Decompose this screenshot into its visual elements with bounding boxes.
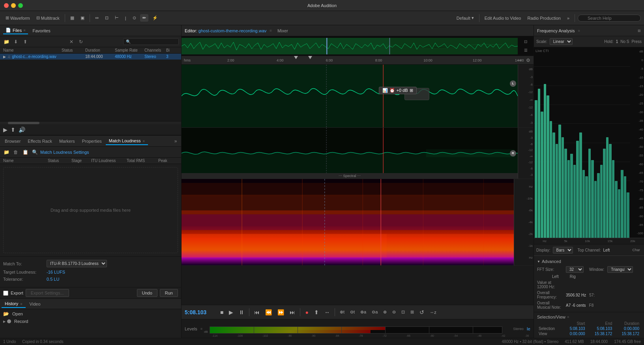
freq-bar-6 bbox=[552, 132, 555, 238]
tool-btn-9[interactable]: ⚡ bbox=[150, 14, 160, 22]
edit-audio-btn[interactable]: Edit Audio to Video bbox=[482, 15, 524, 22]
waveform-tab[interactable]: ⊞ Waveform bbox=[3, 14, 32, 22]
ml-drop-area[interactable]: Drag and drop supported media files here bbox=[3, 167, 178, 253]
run-btn[interactable]: Run bbox=[160, 289, 178, 297]
search-input[interactable] bbox=[578, 15, 641, 22]
chevron-right-icon: ▼ bbox=[537, 260, 540, 263]
maximize-button[interactable] bbox=[18, 3, 23, 8]
match-to-select[interactable]: ITU-R BS.1770-3 Loudness bbox=[47, 260, 107, 267]
tab-favorites[interactable]: Favorites bbox=[30, 28, 53, 34]
zoom-fit-btn[interactable]: ⊡ bbox=[400, 309, 406, 315]
speaker-button[interactable]: 🔊 bbox=[19, 127, 25, 133]
zoom-out-time-btn[interactable]: ⊖t bbox=[348, 309, 356, 315]
char-btn[interactable]: Char bbox=[631, 246, 642, 254]
tool-btn-6[interactable]: | bbox=[123, 15, 129, 22]
zoom-out-btn[interactable]: ⊖ bbox=[391, 309, 397, 315]
zoom-in-btn[interactable]: ⊕ bbox=[382, 309, 388, 315]
export-checkbox[interactable] bbox=[3, 291, 8, 296]
fast-forward-btn[interactable]: ⏩ bbox=[276, 308, 286, 316]
tool-btn-8[interactable]: ✏ bbox=[140, 14, 148, 22]
zoom-to-selection-btn[interactable]: ⊡ bbox=[522, 38, 530, 46]
window-select[interactable]: Triangul bbox=[607, 266, 633, 273]
history-item-record[interactable]: ▶ Record bbox=[0, 318, 181, 325]
export-settings-btn[interactable]: Export Settings... bbox=[26, 289, 69, 297]
radio-production-btn[interactable]: Radio Production bbox=[525, 15, 563, 22]
record-btn[interactable]: ● bbox=[303, 308, 310, 316]
mixer-tab[interactable]: Mixer bbox=[275, 28, 290, 33]
default-btn[interactable]: Default ▾ bbox=[454, 14, 476, 22]
tab-files[interactable]: 📄 Files ≡ bbox=[3, 27, 28, 34]
zoom-sel-btn[interactable]: ⊞ bbox=[409, 309, 416, 315]
export-file-btn[interactable]: ⬆ bbox=[21, 38, 29, 46]
new-file-btn[interactable]: 📁 bbox=[2, 38, 10, 46]
loop-btn[interactable]: ↻ bbox=[77, 38, 85, 46]
tool-btn-1[interactable]: ▦ bbox=[68, 14, 77, 22]
more-workspaces-btn[interactable]: » bbox=[565, 15, 572, 22]
tool-btn-7[interactable]: ⊙ bbox=[130, 14, 139, 22]
import-btn[interactable]: ⬇ bbox=[12, 38, 20, 46]
scroll-to-start-btn[interactable]: ⊸ bbox=[515, 56, 523, 64]
tool-btn-3[interactable]: ⇔ bbox=[93, 14, 101, 22]
fft-size-select[interactable]: 32 bbox=[566, 266, 584, 273]
waveform-lower[interactable]: dB -3 -6 -12 -∞ -12 -6 -3 R ⋯ Spectral ⋯ bbox=[182, 128, 534, 179]
tab-history[interactable]: History ≡ bbox=[2, 300, 26, 308]
tool-btn-5[interactable]: ⊢ bbox=[112, 14, 121, 22]
minimize-button[interactable] bbox=[11, 3, 16, 8]
overview-bar[interactable]: ⊡ ☰ bbox=[182, 36, 534, 56]
close-button[interactable] bbox=[4, 3, 9, 8]
scroll-settings-btn[interactable]: ⚙ bbox=[524, 56, 532, 64]
panel-expand-btn[interactable]: » bbox=[172, 137, 180, 145]
waveform-main[interactable]: 📊 ⏰ +0 dB ⊞ dB -3 -6 -12 -∞ -12 -6 -3 bbox=[182, 65, 534, 128]
ml-delete-btn[interactable]: 🗑 bbox=[12, 148, 20, 156]
play-button[interactable]: ▶ bbox=[3, 127, 7, 133]
zoom-in-amp-btn[interactable]: ⊕a bbox=[359, 309, 368, 315]
close-file-btn[interactable]: ✕ bbox=[67, 38, 75, 46]
display-select[interactable]: Bars bbox=[553, 247, 573, 254]
tab-browser[interactable]: Browser bbox=[2, 138, 24, 145]
goto-start-btn[interactable]: ⏮ bbox=[253, 308, 261, 316]
tab-properties[interactable]: Properties bbox=[79, 138, 105, 145]
waveform-svg bbox=[182, 65, 518, 127]
history-item-open[interactable]: 📂 Open bbox=[0, 310, 181, 318]
editor-header: Editor: ghost-custom-theme-recording.wav… bbox=[182, 25, 534, 36]
ruler-2min: 2:00 bbox=[227, 58, 234, 62]
tab-video[interactable]: Video bbox=[26, 300, 44, 308]
ml-copy-btn[interactable]: 📋 bbox=[21, 148, 29, 156]
tab-match-loudness[interactable]: Match Loudness ≡ bbox=[106, 137, 148, 145]
rotate-btn[interactable]: ↺ bbox=[418, 308, 426, 316]
files-hscroll[interactable] bbox=[0, 121, 181, 124]
files-empty-area bbox=[0, 60, 181, 121]
goto-end-btn[interactable]: ⏭ bbox=[288, 308, 297, 316]
multitrack-tab[interactable]: ⊟ Multitrack bbox=[34, 14, 62, 22]
undo-btn[interactable]: Undo bbox=[137, 289, 157, 297]
levels-header: Levels ≡ bbox=[185, 326, 202, 331]
tool-btn-2[interactable]: ▣ bbox=[78, 14, 87, 22]
zoom-out-amp-btn[interactable]: ⊖a bbox=[370, 309, 379, 315]
pause-btn[interactable]: ⏸ bbox=[237, 308, 246, 316]
loop-playback-btn[interactable]: ↔ bbox=[323, 308, 331, 316]
zoom-in-time-btn[interactable]: ⊕t bbox=[338, 309, 346, 315]
scroll-btn[interactable]: ☰ bbox=[522, 47, 530, 54]
channel-r-label: R bbox=[510, 150, 516, 157]
match-zoom-btn[interactable]: ↔z bbox=[428, 309, 438, 315]
tool-btn-4[interactable]: ⊡ bbox=[103, 14, 111, 22]
spectrogram-area[interactable]: Hz -1k -2k -4k -6k -10k Hz bbox=[182, 179, 534, 266]
ml-search-btn[interactable]: 🔍 bbox=[31, 148, 39, 156]
tab-effects-rack[interactable]: Effects Rack bbox=[24, 138, 55, 145]
freq-scale-select[interactable]: Linear bbox=[550, 38, 573, 45]
advanced-header[interactable]: ▼ Advanced bbox=[537, 257, 641, 265]
match-to-row: Match To: ITU-R BS.1770-3 Loudness bbox=[3, 260, 178, 267]
file-item[interactable]: ▶ ♫ ghost-c...e-recording.wav 18:44.000 … bbox=[0, 54, 181, 60]
stop-btn[interactable]: ■ bbox=[219, 308, 225, 316]
tab-markers[interactable]: Markers bbox=[56, 138, 78, 145]
export-audio-btn[interactable]: ⬆ bbox=[313, 308, 320, 316]
musical-note-row: Overall Musical Note: A7 -6 cents F8 bbox=[537, 300, 641, 310]
files-search-input[interactable] bbox=[123, 38, 179, 45]
spectrogram-toggle[interactable]: ⋯ Spectral ⋯ bbox=[182, 173, 518, 179]
rewind-btn[interactable]: ⏪ bbox=[264, 308, 273, 316]
freq-bar-1 bbox=[538, 89, 541, 238]
ruler-8min: 8:00 bbox=[375, 58, 382, 62]
ml-new-btn[interactable]: 📁 bbox=[2, 148, 10, 156]
export-button[interactable]: ⬆ bbox=[11, 127, 15, 133]
play-pause-btn[interactable]: ▶ bbox=[227, 308, 235, 316]
